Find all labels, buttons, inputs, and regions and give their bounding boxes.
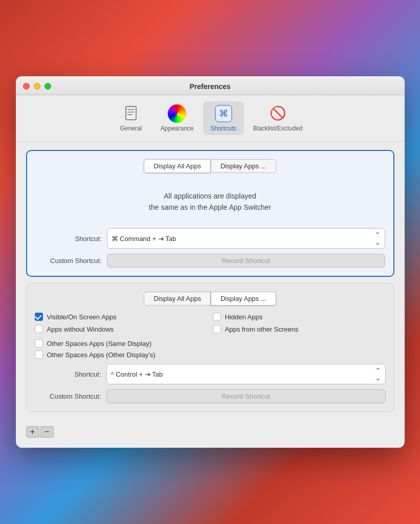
close-button[interactable] [23,83,30,90]
checkbox-other-spaces-same-box[interactable] [35,339,43,347]
checkbox-other-spaces-other[interactable]: Other Spaces Apps (Other Display's) [35,351,386,359]
checkbox-no-windows-box[interactable] [35,325,43,333]
panel2-display-toggle: Display All Apps Display Apps ... [35,292,386,305]
svg-rect-3 [127,114,132,115]
svg-rect-1 [127,109,135,110]
panel2-shortcut-label: Shortcut: [35,370,101,378]
panel2-custom-label: Custom Shortcut: [35,392,101,400]
checkbox-hidden-apps-label: Hidden Apps [225,313,263,321]
checkbox-other-screens-label: Apps from other Screens [225,325,299,333]
checkbox-visible-apps[interactable]: Visible/On Screen Apps [35,313,208,321]
checkbox-visible-apps-label: Visible/On Screen Apps [47,313,117,321]
panel2-checkbox-grid: Visible/On Screen Apps Hidden Apps Apps … [35,313,386,333]
panel2-shortcut-select[interactable]: ^ Control + ⇥ Tab ⌃ ⌃ [106,364,386,384]
panel2-shortcut-row: Shortcut: ^ Control + ⇥ Tab ⌃ ⌃ [35,364,386,384]
checkbox-visible-apps-box[interactable] [35,313,43,321]
title-bar: Preferences [16,76,405,95]
tab-blacklist-label: Blacklist/Excluded [253,125,303,132]
panel-control-tab: Display All Apps Display Apps ... Visibl… [26,283,394,412]
panel1-display-toggle: Display All Apps Display Apps ... [35,159,385,173]
svg-rect-0 [126,106,136,120]
traffic-lights [23,83,51,90]
tab-appearance[interactable]: Appearance [153,101,201,135]
panel2-display-all-apps-btn[interactable]: Display All Apps [144,292,211,305]
panel2-shortcut-arrows: ⌃ ⌃ [375,367,381,381]
checkbox-other-spaces-same-label: Other Spaces Apps (Same Display) [47,340,151,347]
panel-command-tab: Display All Apps Display Apps ... All ap… [26,150,394,277]
appearance-icon [168,104,186,123]
panel1-shortcut-value: ⌘ Command + ⇥ Tab [112,235,176,243]
content-area: Display All Apps Display Apps ... All ap… [16,142,405,421]
blacklist-icon: 🚫 [269,104,287,123]
panel2-shortcut-value: ^ Control + ⇥ Tab [111,370,163,378]
tab-shortcuts-label: Shortcuts [210,125,236,132]
checkbox-no-windows-label: Apps without Windows [47,325,114,333]
panel2-display-apps-btn[interactable]: Display Apps ... [211,292,276,305]
window-title: Preferences [189,82,230,91]
preferences-window: Preferences General Appearance [16,76,405,448]
panel2-custom-shortcut-row: Custom Shortcut: Record Shortcut [35,389,386,403]
checkbox-hidden-apps-box[interactable] [213,313,221,321]
panel1-shortcut-arrows: ⌃ ⌃ [374,231,381,246]
panel1-custom-label: Custom Shortcut: [35,257,102,265]
checkbox-other-spaces-other-label: Other Spaces Apps (Other Display's) [47,351,156,359]
panel1-shortcut-row: Shortcut: ⌘ Command + ⇥ Tab ⌃ ⌃ [35,228,385,249]
panel1-display-apps-btn[interactable]: Display Apps ... [211,159,276,173]
checkbox-no-windows[interactable]: Apps without Windows [35,325,208,333]
panel1-display-all-apps-btn[interactable]: Display All Apps [144,159,211,173]
panel1-record-shortcut[interactable]: Record Shortcut [107,254,385,268]
minimize-button[interactable] [34,83,40,90]
svg-rect-2 [127,112,135,113]
panel2-record-shortcut[interactable]: Record Shortcut [106,389,386,403]
remove-button[interactable]: − [40,426,54,438]
tab-general-label: General [120,125,142,132]
add-button[interactable]: + [26,426,39,438]
panel1-info-text: All applications are displayed the same … [35,180,385,224]
tab-general[interactable]: General [110,101,151,135]
panel1-shortcut-select[interactable]: ⌘ Command + ⇥ Tab ⌃ ⌃ [107,228,385,249]
maximize-button[interactable] [45,83,51,90]
tab-blacklist[interactable]: 🚫 Blacklist/Excluded [246,101,310,135]
checkbox-other-spaces-same[interactable]: Other Spaces Apps (Same Display) [35,339,386,347]
panel1-custom-shortcut-row: Custom Shortcut: Record Shortcut [35,254,385,268]
bottom-bar: + − [16,420,405,438]
toolbar: General Appearance ⌘ Shortcuts 🚫 Bl [16,95,405,142]
shortcuts-icon: ⌘ [214,104,233,123]
checkbox-hidden-apps[interactable]: Hidden Apps [213,313,386,321]
tab-appearance-label: Appearance [161,125,194,132]
svg-text:⌘: ⌘ [219,108,228,119]
checkbox-other-spaces-other-box[interactable] [35,351,43,359]
general-icon [123,104,139,123]
checkbox-other-screens[interactable]: Apps from other Screens [213,325,386,333]
panel1-shortcut-label: Shortcut: [35,235,102,243]
tab-shortcuts[interactable]: ⌘ Shortcuts [203,101,244,135]
checkbox-other-screens-box[interactable] [213,325,221,333]
